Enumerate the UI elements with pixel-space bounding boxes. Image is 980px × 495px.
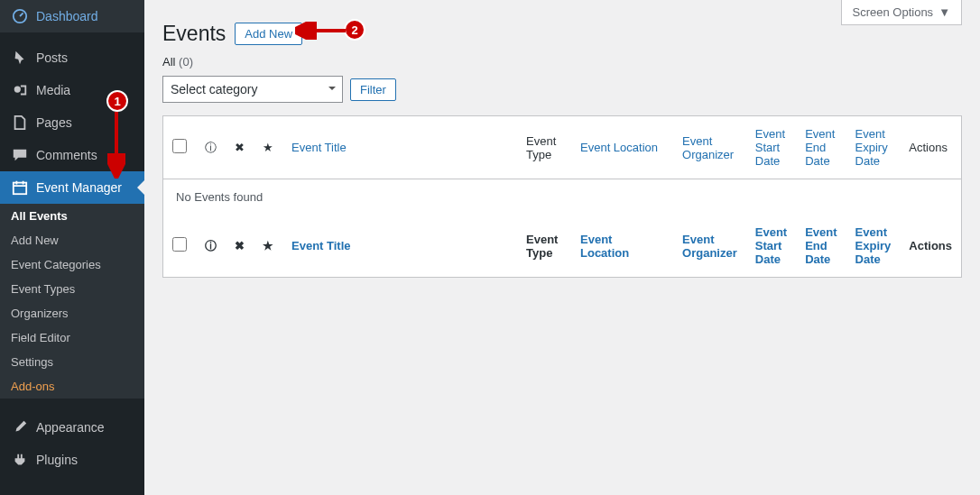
menu-label: Pages — [36, 115, 72, 130]
plug-icon — [11, 451, 29, 469]
category-select[interactable]: Select category — [162, 76, 343, 103]
menu-posts[interactable]: Posts — [0, 41, 144, 74]
close-icon: ✖ — [226, 215, 254, 278]
submenu-categories[interactable]: Event Categories — [0, 252, 144, 277]
menu-label: Dashboard — [36, 9, 98, 23]
event-manager-submenu: All Events Add New Event Categories Even… — [0, 204, 144, 399]
col-organizer[interactable]: Event Organizer — [682, 233, 737, 260]
annotation-badge-1: 1 — [106, 90, 128, 112]
submenu-all-events[interactable]: All Events — [0, 204, 144, 228]
menu-label: Posts — [36, 50, 68, 65]
chevron-down-icon: ▼ — [938, 5, 950, 19]
star-icon: ★ — [254, 215, 282, 278]
screen-options-label: Screen Options — [853, 5, 934, 19]
menu-appearance[interactable]: Appearance — [0, 411, 144, 444]
add-new-button[interactable]: Add New — [235, 23, 302, 45]
col-expiry[interactable]: Event Expiry Date — [855, 225, 892, 266]
main-content: Screen Options ▼ Events Add New All (0) … — [144, 0, 980, 495]
menu-event-manager[interactable]: Event Manager — [0, 171, 144, 204]
status-all-count: (0) — [179, 55, 193, 69]
col-location[interactable]: Event Location — [580, 233, 629, 260]
menu-label: Comments — [36, 148, 97, 162]
menu-dashboard[interactable]: Dashboard — [0, 0, 144, 32]
col-organizer[interactable]: Event Organizer — [682, 134, 734, 161]
col-type: Event Type — [517, 215, 571, 278]
table-header-row: ⓘ ✖ ★ Event Title Event Type Event Locat… — [163, 116, 962, 179]
no-results-row: No Events found — [163, 179, 962, 215]
select-all-checkbox-footer[interactable] — [172, 237, 187, 252]
menu-label: Event Manager — [36, 180, 122, 195]
filter-bar: Select category Filter — [162, 76, 962, 103]
no-results-text: No Events found — [163, 179, 962, 215]
select-all-checkbox[interactable] — [172, 139, 187, 153]
pin-icon — [11, 49, 29, 67]
col-type: Event Type — [517, 116, 571, 179]
events-table: ⓘ ✖ ★ Event Title Event Type Event Locat… — [162, 115, 962, 278]
filter-button[interactable]: Filter — [350, 78, 396, 101]
close-icon: ✖ — [226, 116, 254, 179]
brush-icon — [11, 418, 29, 436]
submenu-types[interactable]: Event Types — [0, 277, 144, 301]
col-actions: Actions — [900, 215, 961, 278]
col-title[interactable]: Event Title — [291, 141, 347, 154]
col-start[interactable]: Event Start Date — [755, 225, 787, 266]
col-end[interactable]: Event End Date — [805, 225, 837, 266]
admin-sidebar: Dashboard Posts Media Pages Comments Eve… — [0, 0, 144, 495]
info-icon: ⓘ — [196, 116, 226, 179]
menu-pages[interactable]: Pages — [0, 106, 144, 139]
submenu-addons[interactable]: Add-ons — [0, 374, 144, 399]
page-icon — [11, 114, 29, 132]
info-icon: ⓘ — [196, 215, 226, 278]
submenu-settings[interactable]: Settings — [0, 350, 144, 374]
status-all-label[interactable]: All — [162, 55, 175, 69]
svg-point-1 — [14, 87, 21, 93]
submenu-field-editor[interactable]: Field Editor — [0, 325, 144, 350]
svg-rect-2 — [14, 183, 26, 195]
col-expiry[interactable]: Event Expiry Date — [855, 127, 888, 168]
col-start[interactable]: Event Start Date — [755, 127, 785, 168]
status-filter: All (0) — [162, 46, 962, 76]
col-title[interactable]: Event Title — [291, 239, 351, 252]
menu-label: Media — [36, 83, 70, 97]
menu-label: Plugins — [36, 453, 78, 467]
screen-options-toggle[interactable]: Screen Options ▼ — [841, 0, 962, 25]
comment-icon — [11, 146, 29, 164]
submenu-organizers[interactable]: Organizers — [0, 301, 144, 325]
calendar-icon — [11, 179, 29, 197]
page-title: Events — [162, 22, 226, 46]
menu-comments[interactable]: Comments — [0, 139, 144, 171]
annotation-badge-2: 2 — [344, 19, 365, 41]
col-location[interactable]: Event Location — [580, 141, 658, 154]
menu-plugins[interactable]: Plugins — [0, 444, 144, 476]
menu-label: Appearance — [36, 420, 105, 435]
submenu-add-new[interactable]: Add New — [0, 228, 144, 252]
star-icon: ★ — [254, 116, 282, 179]
media-icon — [11, 81, 29, 99]
col-end[interactable]: Event End Date — [805, 127, 835, 168]
table-footer-row: ⓘ ✖ ★ Event Title Event Type Event Locat… — [163, 215, 962, 278]
col-actions: Actions — [900, 116, 961, 179]
dashboard-icon — [11, 7, 29, 25]
